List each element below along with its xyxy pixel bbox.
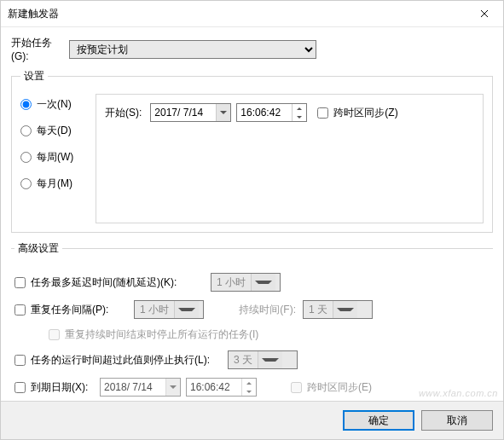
radio-once[interactable]: 一次(N) [20,97,89,112]
calendar-dropdown-icon[interactable] [216,104,230,121]
schedule-type-radios: 一次(N) 每天(D) 每周(W) 每月(M) [20,94,89,223]
repeat-interval-combo[interactable]: 1 小时 [134,300,204,319]
ok-button[interactable]: 确定 [343,410,414,431]
sync-tz-checkbox[interactable]: 跨时区同步(Z) [317,106,397,120]
dialog-footer: 确定 取消 [1,401,503,439]
time-spinner[interactable] [292,104,306,121]
radio-once-input[interactable] [20,99,32,110]
chevron-down-icon [251,274,275,291]
repeat-row: 重复任务间隔(P): 1 小时 持续时间(F): 1 天 [14,300,490,319]
stop-if-row: 任务的运行时间超过此值则停止执行(L): 3 天 [14,350,490,369]
begin-task-label: 开始任务(G): [11,36,69,62]
radio-daily[interactable]: 每天(D) [20,124,89,138]
radio-weekly[interactable]: 每周(W) [20,150,89,165]
duration-label: 持续时间(F): [219,303,303,317]
delay-checkbox[interactable] [14,277,26,288]
calendar-dropdown-icon[interactable] [165,379,180,396]
stop-after-repeat-label: 重复持续时间结束时停止所有运行的任务(I) [65,327,258,342]
expire-time-input[interactable] [187,379,241,395]
expire-date-picker[interactable] [100,378,181,397]
start-time-input[interactable] [237,105,292,120]
window-title: 新建触发器 [8,7,465,21]
delay-row: 任务最多延迟时间(随机延迟)(K): 1 小时 [14,273,490,292]
start-date-picker[interactable] [150,103,231,122]
advanced-legend: 高级设置 [14,241,62,256]
stop-if-label: 任务的运行时间超过此值则停止执行(L): [31,353,210,368]
time-spinner[interactable] [241,379,256,396]
expire-date-input[interactable] [101,379,165,395]
start-time-picker[interactable] [236,103,307,122]
chevron-down-icon [258,351,282,368]
dialog-window: 新建触发器 开始任务(G): 按预定计划 设置 一次(N) [0,0,504,440]
delay-combo[interactable]: 1 小时 [211,273,281,292]
start-label: 开始(S): [105,106,142,120]
chevron-down-icon [174,301,199,318]
chevron-down-icon [333,301,357,318]
expire-checkbox[interactable] [14,382,26,393]
radio-weekly-input[interactable] [20,152,32,163]
duration-combo[interactable]: 1 天 [303,300,373,319]
radio-monthly[interactable]: 每月(M) [20,177,89,191]
close-button[interactable] [465,1,503,26]
expire-label: 到期日期(X): [31,380,88,395]
expire-row: 到期日期(X): [14,378,490,397]
begin-task-row: 开始任务(G): 按预定计划 [11,36,493,62]
settings-fieldset: 设置 一次(N) 每天(D) 每周(W) [11,69,493,233]
close-icon [480,9,489,18]
expire-sync-input [291,382,302,393]
cancel-button[interactable]: 取消 [421,410,493,431]
start-date-input[interactable] [151,105,216,120]
dialog-body: 开始任务(G): 按预定计划 设置 一次(N) 每天(D) [1,27,503,428]
delay-label: 任务最多延迟时间(随机延迟)(K): [31,275,177,290]
stop-if-checkbox[interactable] [14,355,26,366]
settings-legend: 设置 [20,69,48,84]
begin-task-select[interactable]: 按预定计划 [69,40,316,59]
titlebar: 新建触发器 [1,1,503,27]
expire-time-picker[interactable] [186,378,257,397]
radio-daily-input[interactable] [20,125,32,136]
schedule-panel: 开始(S): [96,94,484,223]
sync-tz-input[interactable] [317,107,328,119]
stop-if-combo[interactable]: 3 天 [228,350,298,369]
expire-sync-checkbox: 跨时区同步(E) [291,380,372,395]
repeat-checkbox[interactable] [14,304,26,316]
repeat-label: 重复任务间隔(P): [31,303,108,317]
stop-after-repeat-checkbox [49,329,60,340]
stop-after-repeat-row: 重复持续时间结束时停止所有运行的任务(I) [49,327,490,342]
radio-monthly-input[interactable] [20,178,32,189]
